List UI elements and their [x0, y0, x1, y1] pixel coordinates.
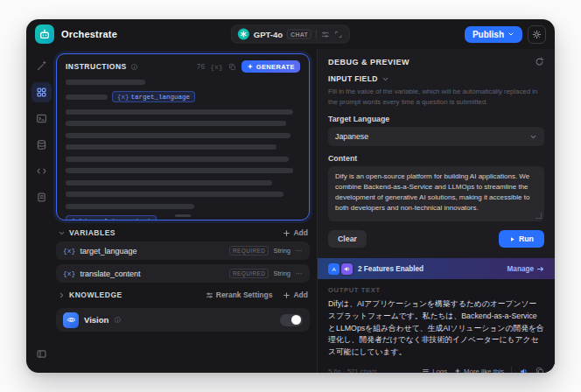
play-icon [509, 236, 515, 242]
resize-handle[interactable] [175, 214, 191, 217]
logs-label: Logs [432, 368, 447, 374]
instructions-toolbar: 76 {x} GENERATE [197, 60, 300, 73]
sidebar [26, 49, 56, 373]
sparkle-icon [247, 63, 254, 70]
speaker-button[interactable] [519, 367, 528, 374]
variables-header[interactable]: VARIABLES Add [56, 228, 310, 237]
sliders-icon [206, 291, 214, 299]
skeleton-line [66, 192, 284, 197]
variables-section: VARIABLES Add {x} target_language [56, 228, 310, 283]
row-menu-icon[interactable] [295, 247, 303, 255]
layout-panel-icon [36, 348, 47, 360]
variable-icon[interactable]: {x} [210, 63, 222, 71]
plus-icon [283, 229, 290, 237]
skeleton-line [66, 144, 276, 150]
gear-icon [532, 30, 542, 39]
sidebar-item-orchestrate[interactable] [32, 82, 52, 102]
sidebar-item-logs[interactable] [32, 187, 52, 207]
vision-feature-icon [63, 312, 79, 328]
page-title: Orchestrate [61, 29, 117, 39]
divider [316, 30, 317, 38]
copy-icon[interactable] [228, 63, 236, 71]
skeleton-line [66, 168, 293, 173]
grid-icon [36, 87, 47, 98]
terminal-icon [36, 113, 47, 124]
skeleton-line [66, 109, 293, 115]
resize-grip-icon[interactable] [536, 213, 542, 219]
variable-chip-translate-content[interactable]: {x} translate_content [66, 215, 157, 220]
expand-icon[interactable] [334, 30, 343, 38]
logs-icon [422, 368, 430, 374]
main-area: INSTRUCTIONS 76 {x} [26, 49, 555, 373]
row-menu-icon[interactable] [295, 270, 303, 277]
features-enabled-label: 2 Features Enabled [358, 265, 424, 273]
code-icon [36, 165, 47, 177]
copy-output-button[interactable] [536, 367, 544, 373]
app-logo[interactable] [35, 24, 54, 44]
more-like-this-button[interactable]: More like this [454, 368, 504, 374]
info-icon [114, 316, 122, 324]
model-selector[interactable]: GPT-4o CHAT [231, 25, 350, 44]
generate-label: GENERATE [256, 63, 295, 71]
info-icon [130, 63, 138, 71]
orchestrate-panel: INSTRUCTIONS 76 {x} [56, 49, 317, 373]
skeleton-line [66, 180, 272, 186]
app-window: Orchestrate GPT-4o CHAT [26, 19, 555, 373]
copy-icon [536, 367, 544, 373]
settings-button[interactable] [528, 25, 546, 44]
skeleton-line [66, 157, 289, 162]
toggle-knob [291, 315, 301, 325]
chevron-right-icon [58, 291, 66, 299]
skeleton-row: {x} target_language [66, 91, 300, 102]
database-icon [36, 139, 47, 150]
instructions-card[interactable]: INSTRUCTIONS 76 {x} [56, 53, 310, 220]
sidebar-item-prompt[interactable] [32, 56, 52, 76]
target-language-label: Target Language [328, 115, 544, 123]
debug-panel: DEBUG & PREVIEW INPUT FIELD Fill [317, 49, 555, 373]
sidebar-item-knowledge[interactable] [32, 135, 52, 155]
rerank-settings-label: Rerank Settings [216, 290, 273, 299]
knowledge-header[interactable]: KNOWLEDGE Rerank Settings [56, 290, 310, 299]
logs-button[interactable]: Logs [422, 368, 447, 374]
variable-name: translate_content [80, 270, 140, 278]
variable-row-target-language[interactable]: {x} target_language REQUIRED String [56, 242, 310, 260]
add-knowledge-button[interactable]: Add [283, 290, 308, 299]
output-stats: 5.6s · 521 chars [328, 368, 377, 374]
topbar: Orchestrate GPT-4o CHAT [26, 19, 555, 49]
sliders-icon[interactable] [321, 30, 330, 38]
vision-card: Vision [56, 308, 310, 332]
clear-button[interactable]: Clear [328, 230, 367, 248]
target-language-select[interactable]: Japanese [328, 127, 544, 146]
speech-feature-icon [341, 263, 353, 275]
sidebar-item-api[interactable] [32, 161, 52, 181]
skeleton-line [66, 121, 286, 126]
content-textarea[interactable]: Dify is an open-source platform for buil… [328, 166, 544, 221]
input-field-description: Fill in the value of the variable, which… [328, 87, 544, 107]
refresh-button[interactable] [535, 57, 544, 66]
debug-header: DEBUG & PREVIEW [318, 49, 555, 73]
robot-icon [38, 28, 51, 40]
variable-row-translate-content[interactable]: {x} translate_content REQUIRED String [56, 264, 310, 283]
add-variable-button[interactable]: Add [283, 228, 308, 237]
plus-icon [283, 291, 290, 299]
required-badge: REQUIRED [229, 246, 270, 256]
instructions-title: INSTRUCTIONS [66, 62, 127, 71]
input-field-header[interactable]: INPUT FIELD [328, 74, 544, 83]
manage-label: Manage [508, 265, 534, 273]
model-provider-icon [238, 29, 249, 40]
vision-toggle[interactable] [280, 314, 303, 326]
run-button[interactable]: Run [499, 230, 544, 248]
variable-prefix: {x} [63, 247, 75, 255]
sidebar-collapse-button[interactable] [32, 344, 52, 364]
generate-button[interactable]: GENERATE [242, 60, 300, 73]
knowledge-section: KNOWLEDGE Rerank Settings [56, 290, 310, 299]
manage-features-button[interactable]: Manage [508, 265, 544, 273]
target-language-value: Japanese [335, 132, 368, 141]
divider [511, 367, 512, 373]
output-title: OUTPUT TEXT [328, 286, 544, 294]
rerank-settings-button[interactable]: Rerank Settings [206, 290, 273, 299]
publish-button[interactable]: Publish [465, 26, 522, 43]
variable-chip-target-language[interactable]: {x} target_language [112, 91, 195, 102]
sidebar-item-terminal[interactable] [32, 108, 52, 129]
features-bar[interactable]: A 2 Features Enabled Manage [318, 258, 555, 279]
